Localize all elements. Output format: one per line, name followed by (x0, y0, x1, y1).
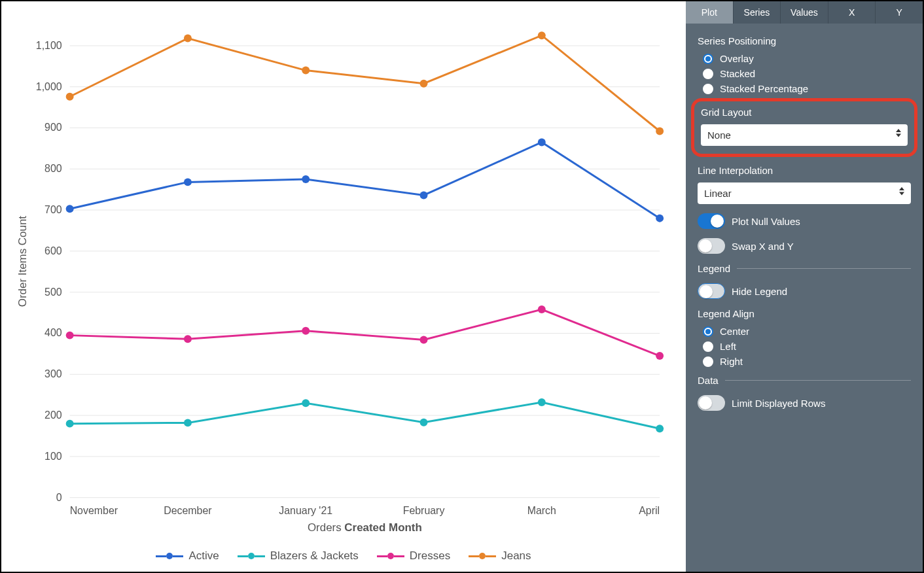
toggle-switch-icon (698, 283, 725, 299)
svg-text:April: April (639, 505, 660, 516)
chart-legend: ActiveBlazers & JacketsDressesJeans (8, 547, 679, 570)
radio-icon (703, 341, 713, 352)
legend-item-dresses[interactable]: Dresses (377, 549, 450, 563)
grid-layout-highlight: Grid Layout None (691, 98, 917, 157)
svg-text:600: 600 (44, 245, 62, 256)
svg-point-44 (66, 332, 74, 339)
svg-point-52 (302, 67, 310, 75)
svg-point-50 (66, 93, 74, 101)
svg-text:200: 200 (44, 409, 62, 421)
svg-text:700: 700 (44, 204, 62, 215)
data-section-header: Data (698, 375, 911, 386)
svg-text:1,000: 1,000 (36, 81, 62, 92)
tab-values[interactable]: Values (781, 1, 828, 24)
legend-label: Dresses (410, 549, 450, 563)
tab-plot[interactable]: Plot (686, 1, 734, 24)
series-positioning-option-label: Overlay (720, 53, 754, 64)
radio-icon (703, 84, 713, 94)
line-chart: 01002003004005006007008009001,0001,100No… (8, 8, 679, 544)
toggle-switch-icon (698, 395, 725, 411)
swap-xy-toggle[interactable]: Swap X and Y (698, 238, 911, 254)
svg-point-32 (66, 205, 74, 213)
svg-text:100: 100 (44, 451, 62, 462)
svg-point-46 (302, 327, 310, 335)
svg-point-51 (184, 35, 192, 43)
settings-sidebar: PlotSeriesValuesXY Series Positioning Ov… (686, 1, 923, 572)
hide-legend-toggle[interactable]: Hide Legend (698, 283, 911, 299)
legend-item-blazers-jackets[interactable]: Blazers & Jackets (238, 549, 359, 563)
svg-point-53 (420, 80, 428, 88)
svg-text:Order Items Count: Order Items Count (16, 216, 29, 307)
limit-rows-label: Limit Displayed Rows (732, 398, 825, 409)
svg-point-45 (184, 335, 192, 343)
svg-text:February: February (403, 505, 445, 516)
svg-text:0: 0 (56, 492, 62, 503)
legend-align-option-center[interactable]: Center (703, 326, 911, 337)
legend-label: Jeans (501, 549, 531, 563)
settings-tabs: PlotSeriesValuesXY (686, 1, 923, 24)
series-positioning-option-stacked[interactable]: Stacked (703, 68, 911, 79)
svg-point-55 (656, 128, 664, 135)
svg-text:November: November (70, 505, 118, 516)
svg-text:900: 900 (44, 122, 62, 133)
series-positioning-option-label: Stacked Percentage (720, 83, 808, 94)
radio-icon (703, 356, 713, 367)
legend-align-option-left[interactable]: Left (703, 341, 911, 352)
svg-point-37 (656, 215, 664, 222)
svg-point-38 (66, 420, 74, 428)
svg-point-42 (538, 398, 546, 406)
line-interpolation-label: Line Interpolation (698, 165, 911, 176)
legend-marker-icon (377, 553, 404, 559)
legend-header-label: Legend (698, 263, 730, 274)
swap-xy-label: Swap X and Y (732, 241, 794, 252)
radio-icon (703, 54, 713, 64)
legend-label: Active (188, 549, 219, 563)
hide-legend-label: Hide Legend (732, 286, 787, 297)
svg-point-41 (420, 419, 428, 426)
plot-null-label: Plot Null Values (732, 216, 800, 227)
series-positioning-label: Series Positioning (698, 35, 911, 46)
svg-text:March: March (527, 505, 556, 516)
svg-point-33 (184, 178, 192, 186)
tab-series[interactable]: Series (734, 1, 781, 24)
tab-y[interactable]: Y (876, 1, 923, 24)
svg-point-34 (302, 175, 310, 183)
plot-null-toggle[interactable]: Plot Null Values (698, 213, 911, 229)
legend-label: Blazers & Jackets (270, 549, 359, 563)
svg-point-35 (420, 192, 428, 200)
legend-align-option-label: Right (720, 356, 743, 367)
toggle-switch-icon (698, 238, 725, 254)
svg-text:300: 300 (44, 368, 62, 379)
svg-point-47 (420, 336, 428, 344)
toggle-switch-icon (698, 213, 725, 229)
svg-point-43 (656, 425, 664, 432)
legend-align-option-right[interactable]: Right (703, 356, 911, 367)
svg-point-39 (184, 419, 192, 426)
svg-point-49 (656, 352, 664, 360)
svg-point-36 (538, 138, 546, 146)
svg-text:Orders Created Month: Orders Created Month (308, 521, 422, 534)
legend-section-header: Legend (698, 263, 911, 274)
svg-point-48 (538, 305, 546, 313)
legend-align-option-label: Left (720, 341, 736, 352)
svg-text:December: December (164, 505, 212, 516)
legend-marker-icon (156, 553, 183, 559)
series-positioning-option-stacked-percentage[interactable]: Stacked Percentage (703, 83, 911, 94)
svg-text:400: 400 (44, 327, 62, 338)
svg-text:500: 500 (44, 286, 62, 298)
series-positioning-option-label: Stacked (720, 68, 755, 79)
legend-marker-icon (469, 553, 496, 559)
tab-x[interactable]: X (828, 1, 876, 24)
svg-text:January '21: January '21 (279, 505, 332, 516)
line-interpolation-select[interactable]: Linear (698, 182, 911, 204)
legend-marker-icon (238, 553, 265, 559)
legend-item-active[interactable]: Active (156, 549, 219, 563)
limit-rows-toggle[interactable]: Limit Displayed Rows (698, 395, 911, 411)
chart-panel: 01002003004005006007008009001,0001,100No… (1, 1, 686, 572)
radio-icon (703, 69, 713, 79)
svg-point-40 (302, 399, 310, 407)
legend-item-jeans[interactable]: Jeans (469, 549, 531, 563)
grid-layout-select[interactable]: None (701, 124, 908, 146)
series-positioning-option-overlay[interactable]: Overlay (703, 53, 911, 64)
svg-text:800: 800 (44, 163, 62, 174)
